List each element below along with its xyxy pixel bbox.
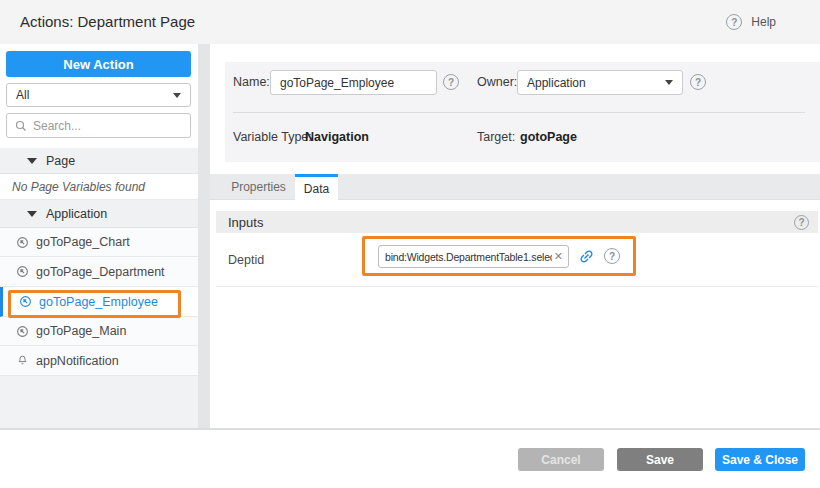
panel-divider: [198, 44, 210, 428]
name-field[interactable]: [270, 70, 437, 95]
detail-tabbar: Properties Data: [210, 174, 820, 200]
owner-help-icon[interactable]: ?: [690, 74, 706, 90]
search-input[interactable]: [33, 119, 182, 133]
tab-data[interactable]: Data: [295, 174, 338, 201]
divider: [233, 112, 805, 113]
inputs-help-icon[interactable]: ?: [794, 215, 809, 230]
help-icon: ?: [726, 14, 742, 30]
sidebar-item-appnotification[interactable]: appNotification: [0, 346, 198, 376]
tree-group-application[interactable]: Application: [0, 200, 198, 228]
filter-dropdown-value: All: [16, 88, 29, 102]
input-row-deptid: Deptid ✕ ?: [216, 233, 818, 287]
actions-dialog: Actions: Department Page ? Help New Acti…: [0, 0, 820, 488]
sidebar-item-gotopage-department[interactable]: goToPage_Department: [0, 257, 198, 287]
navigation-icon: [16, 265, 29, 278]
owner-dropdown-value: Application: [527, 76, 586, 90]
sidebar-item-gotopage-chart[interactable]: goToPage_Chart: [0, 228, 198, 257]
inputs-section-header: Inputs ?: [216, 211, 818, 233]
dialog-footer: Cancel Save Save & Close: [0, 430, 820, 488]
deptid-bind-input[interactable]: [385, 251, 552, 263]
action-info-panel: Name:* ? Owner:* Application ? Variable …: [225, 62, 820, 162]
bind-link-icon[interactable]: [576, 246, 596, 266]
page-title: Actions: Department Page: [20, 0, 195, 44]
tree-group-label: Page: [46, 154, 75, 168]
empty-page-variables-message: No Page Variables found: [0, 174, 198, 200]
chevron-down-icon: [665, 80, 673, 85]
deptid-help-icon[interactable]: ?: [604, 248, 620, 264]
sidebar-item-gotopage-main[interactable]: goToPage_Main: [0, 317, 198, 346]
tree-group-label: Application: [46, 207, 107, 221]
filter-dropdown[interactable]: All: [6, 83, 191, 107]
chevron-down-icon: [173, 93, 181, 98]
actions-sidebar: New Action All Page No Page Variables fo…: [0, 44, 198, 428]
inputs-section-title: Inputs: [228, 215, 794, 230]
deptid-bind-field[interactable]: ✕: [378, 245, 569, 268]
search-field[interactable]: [6, 113, 191, 138]
name-help-icon[interactable]: ?: [443, 74, 459, 90]
help-label: Help: [751, 15, 776, 29]
bell-icon: [16, 354, 29, 367]
navigation-icon: [19, 295, 32, 308]
sidebar-filler: [0, 376, 198, 428]
collapse-arrow-icon: [27, 211, 37, 217]
owner-dropdown[interactable]: Application: [517, 70, 683, 95]
target-label: Target:: [477, 125, 515, 150]
cancel-button[interactable]: Cancel: [518, 448, 604, 471]
dialog-header: Actions: Department Page ? Help: [0, 0, 820, 44]
variable-type-value: Navigation: [305, 125, 369, 150]
tab-properties[interactable]: Properties: [222, 174, 295, 200]
navigation-icon: [16, 325, 29, 338]
action-detail-panel: Name:* ? Owner:* Application ? Variable …: [210, 44, 820, 428]
variable-type-label: Variable Type:: [233, 125, 312, 150]
navigation-icon: [16, 236, 29, 249]
collapse-arrow-icon: [27, 158, 37, 164]
tree-group-page[interactable]: Page: [0, 148, 198, 174]
save-and-close-button[interactable]: Save & Close: [715, 448, 805, 471]
new-action-button[interactable]: New Action: [6, 51, 191, 77]
save-button[interactable]: Save: [617, 448, 703, 471]
search-icon: [15, 120, 27, 132]
deptid-label: Deptid: [228, 233, 264, 287]
target-value: gotoPage: [520, 125, 577, 150]
help-button[interactable]: ? Help: [726, 14, 776, 30]
sidebar-item-gotopage-employee[interactable]: goToPage_Employee: [0, 287, 198, 317]
clear-binding-icon[interactable]: ✕: [554, 250, 563, 263]
